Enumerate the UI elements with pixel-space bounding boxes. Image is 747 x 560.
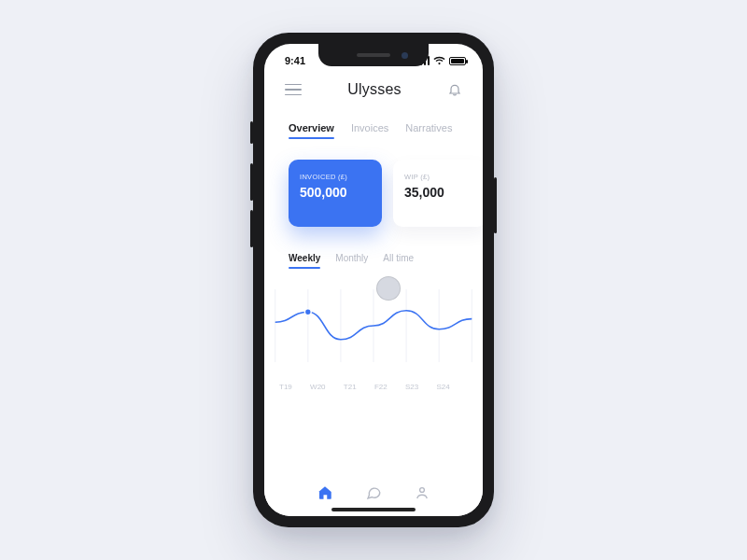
card-invoiced-label: INVOICED (£) — [300, 173, 371, 181]
volume-up-button — [250, 163, 253, 201]
status-time: 9:41 — [279, 55, 305, 66]
x-tick: F22 — [374, 383, 388, 391]
line-chart[interactable] — [268, 284, 479, 368]
svg-point-8 — [420, 488, 425, 493]
touch-indicator — [376, 276, 401, 301]
home-indicator[interactable] — [331, 508, 416, 511]
screen: 9:41 Ulysses Overview Invoices Narrative… — [264, 44, 483, 516]
tab-narratives[interactable]: Narratives — [405, 122, 452, 139]
card-wip[interactable]: WIP (£) 35,000 — [393, 160, 483, 227]
card-wip-label: WIP (£) — [404, 173, 475, 181]
section-tabs: Overview Invoices Narratives — [264, 104, 483, 147]
speaker — [357, 53, 390, 57]
nav-home-icon[interactable] — [317, 484, 333, 501]
card-wip-value: 35,000 — [404, 185, 475, 200]
nav-chat-icon[interactable] — [365, 484, 382, 501]
period-tab-monthly[interactable]: Monthly — [335, 253, 368, 269]
x-tick: T19 — [279, 383, 292, 391]
card-invoiced[interactable]: INVOICED (£) 500,000 — [289, 160, 382, 227]
nav-profile-icon[interactable] — [414, 484, 430, 501]
x-tick: S24 — [436, 383, 449, 391]
wifi-icon — [433, 56, 445, 65]
period-tabs: Weekly Monthly All time — [264, 227, 483, 276]
summary-cards[interactable]: INVOICED (£) 500,000 WIP (£) 35,000 — [264, 147, 483, 227]
period-tab-weekly[interactable]: Weekly — [289, 253, 320, 269]
x-tick: T21 — [344, 383, 357, 391]
phone-frame: 9:41 Ulysses Overview Invoices Narrative… — [253, 33, 494, 527]
chart-x-axis: T19W20T21F22S23S24 — [268, 368, 479, 391]
x-tick: S23 — [405, 383, 418, 391]
x-tick: W20 — [310, 383, 325, 391]
chart-area: T19W20T21F22S23S24 — [264, 276, 483, 391]
mute-switch — [250, 121, 253, 144]
svg-point-7 — [304, 309, 311, 315]
menu-icon[interactable] — [285, 84, 302, 96]
notch — [318, 44, 429, 66]
notifications-icon[interactable] — [447, 82, 462, 97]
page-title: Ulysses — [347, 81, 401, 98]
tab-overview[interactable]: Overview — [289, 122, 334, 139]
app-header: Ulysses — [264, 77, 483, 104]
period-tab-alltime[interactable]: All time — [383, 253, 414, 269]
tab-invoices[interactable]: Invoices — [351, 122, 388, 139]
volume-down-button — [250, 210, 253, 247]
card-invoiced-value: 500,000 — [300, 185, 371, 200]
power-button — [494, 177, 497, 233]
battery-icon — [449, 57, 466, 65]
front-camera — [402, 52, 408, 59]
